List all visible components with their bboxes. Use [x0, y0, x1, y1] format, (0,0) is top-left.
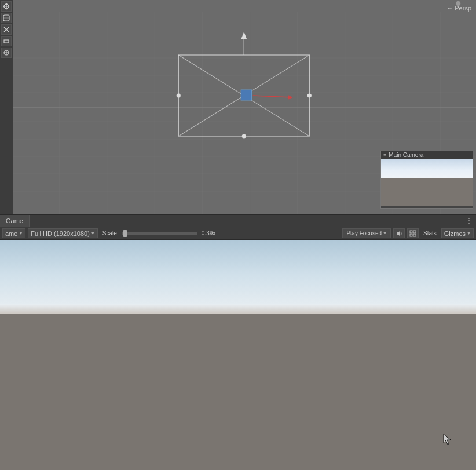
move-tool-btn[interactable] — [1, 1, 12, 12]
gizmos-dropdown[interactable]: Gizmos ▼ — [441, 228, 474, 238]
svg-marker-45 — [444, 434, 451, 445]
svg-point-29 — [307, 94, 312, 98]
resolution-dropdown[interactable]: Full HD (1920x1080) ▼ — [28, 228, 97, 238]
camera-preview: ≡ Main Camera — [380, 151, 473, 209]
display-label: ame — [5, 230, 17, 237]
svg-point-28 — [177, 94, 181, 98]
grid-icon — [409, 230, 416, 237]
camera-preview-sky — [381, 159, 473, 178]
gizmos-label: Gizmos — [444, 230, 466, 237]
display-dropdown-arrow: ▼ — [19, 231, 23, 235]
scale-value: 0.39x — [202, 230, 215, 236]
resolution-value: Full HD (1920x1080) — [31, 230, 90, 237]
custom-tool-btn[interactable] — [1, 48, 12, 58]
camera-preview-header: ≡ Main Camera — [381, 151, 473, 159]
display-dropdown[interactable]: ame ▼ — [2, 228, 25, 238]
game-tab-dots[interactable]: ⋮ — [465, 216, 473, 225]
game-tab[interactable]: Game — [0, 215, 30, 227]
camera-preview-title: Main Camera — [389, 152, 423, 158]
camera-preview-menu-icon: ≡ — [383, 152, 386, 158]
play-focused-button[interactable]: Play Focused ▼ — [342, 228, 391, 238]
persp-label: ← Persp — [446, 5, 471, 12]
game-tabbar: Game ⋮ — [0, 214, 476, 227]
cursor-icon — [443, 433, 451, 445]
resolution-dropdown-arrow: ▼ — [91, 231, 95, 235]
gizmos-dropdown-arrow: ▼ — [467, 231, 471, 235]
svg-rect-43 — [410, 234, 412, 236]
game-ground — [0, 314, 476, 470]
mouse-cursor — [443, 433, 450, 444]
svg-rect-44 — [413, 234, 416, 236]
svg-marker-40 — [397, 231, 400, 236]
game-view — [0, 240, 476, 470]
play-focused-dropdown-arrow: ▼ — [383, 231, 387, 235]
left-toolbar — [0, 0, 13, 214]
game-toolbar: ame ▼ Full HD (1920x1080) ▼ Scale 0.39x … — [0, 227, 476, 240]
camera-preview-body — [381, 159, 473, 206]
stats-label: Stats — [423, 230, 437, 236]
svg-rect-25 — [241, 90, 251, 100]
camera-preview-ground — [381, 178, 473, 206]
stats-button[interactable]: Stats — [421, 228, 439, 238]
rotate-tool-btn[interactable] — [1, 13, 12, 23]
scene-view: ← Persp ≡ Main Camera — [0, 0, 476, 214]
svg-rect-36 — [4, 40, 9, 43]
game-sky — [0, 240, 476, 309]
grid-icon-btn[interactable] — [407, 228, 419, 238]
scale-slider[interactable] — [122, 232, 197, 235]
svg-point-30 — [242, 134, 246, 139]
scale-tool-btn[interactable] — [1, 24, 12, 35]
svg-rect-41 — [410, 231, 412, 233]
audio-icon — [396, 230, 402, 237]
scale-slider-thumb[interactable] — [123, 230, 127, 237]
audio-icon-btn[interactable] — [393, 228, 405, 238]
play-focused-label: Play Focused — [346, 230, 382, 236]
rect-tool-btn[interactable] — [1, 36, 12, 46]
svg-rect-42 — [413, 231, 416, 233]
scale-label: Scale — [102, 230, 117, 236]
game-tab-label: Game — [6, 217, 23, 224]
